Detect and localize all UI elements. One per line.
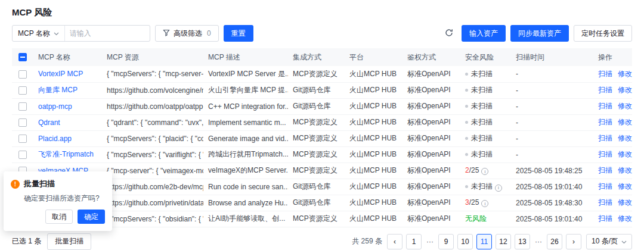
row-checkbox[interactable]: [18, 118, 27, 127]
edit-link[interactable]: 修改: [618, 166, 632, 174]
mcp-name-link[interactable]: oatpp-mcp: [38, 102, 72, 111]
refresh-button[interactable]: [441, 26, 457, 41]
sync-assets-button[interactable]: 同步最新资产: [510, 25, 569, 42]
row-checkbox[interactable]: [18, 86, 27, 95]
scan-link[interactable]: 扫描: [598, 198, 612, 207]
scan-time-cell: -: [511, 146, 593, 162]
mcp-name-link[interactable]: Qdrant: [38, 118, 60, 127]
mcp-resource-cell: https://github.com/volcengine/mcp-server…: [102, 82, 203, 98]
page-button[interactable]: 10: [457, 234, 473, 249]
edit-link[interactable]: 修改: [618, 198, 632, 207]
page-button[interactable]: 9: [438, 234, 454, 249]
edit-link[interactable]: 修改: [618, 70, 632, 78]
scan-link[interactable]: 扫描: [598, 134, 612, 142]
advanced-filter-button[interactable]: 高级筛选 0: [155, 25, 219, 42]
operations-cell: 扫描修改: [593, 211, 632, 227]
edit-link[interactable]: 修改: [618, 86, 632, 94]
mcp-name-link[interactable]: VortexIP MCP: [38, 70, 83, 78]
scan-link[interactable]: 扫描: [598, 166, 612, 174]
column-header: 扫描时间: [511, 48, 593, 66]
mcp-resource-cell: https://github.com/e2b-dev/mcp-server@ma…: [102, 179, 203, 195]
mcp-resource-cell: { "mcpServers": { "placid": { "command":…: [102, 130, 203, 146]
auth-cell: 标准OpenAPI: [402, 66, 460, 82]
mcp-name-link[interactable]: Placid.app: [38, 135, 72, 143]
risk-cell: 3/25i: [460, 195, 511, 211]
info-icon[interactable]: i: [481, 168, 488, 175]
integration-cell: MCP资源定义: [288, 114, 345, 130]
mcp-description-cell: Implement semantic m...: [203, 114, 288, 130]
next-page-button[interactable]: ›: [566, 234, 581, 249]
pagination: 共 259 条 ‹ 1···910111213···26› 10 条/页: [352, 234, 632, 249]
mcp-resource-cell: https://github.com/privetin/dataset-view…: [102, 195, 203, 211]
scan-link[interactable]: 扫描: [598, 182, 612, 190]
integration-cell: Git源码仓库: [288, 82, 345, 98]
table-row: Placid.app { "mcpServers": { "placid": {…: [12, 130, 632, 146]
batch-scan-button[interactable]: 批量扫描: [47, 233, 91, 250]
select-all-checkbox[interactable]: [18, 53, 27, 61]
mcp-description-cell: C++ MCP integration for...: [203, 98, 288, 114]
operations-cell: 扫描修改: [593, 98, 632, 114]
edit-link[interactable]: 修改: [618, 182, 632, 190]
edit-link[interactable]: 修改: [618, 134, 632, 142]
mcp-description-cell: 跨城出行就用Tripmatch...: [203, 146, 288, 162]
page-button[interactable]: 12: [496, 234, 511, 249]
mcp-description-cell: veImageX的MCP Server...: [203, 162, 288, 179]
row-checkbox[interactable]: [18, 135, 27, 143]
row-checkbox[interactable]: [18, 102, 27, 111]
row-checkbox[interactable]: [18, 70, 27, 79]
scan-link[interactable]: 扫描: [598, 70, 612, 78]
scan-link[interactable]: 扫描: [598, 214, 612, 223]
scan-time-cell: -: [511, 130, 593, 146]
page-button[interactable]: 1: [406, 234, 422, 249]
reset-button[interactable]: 重置: [224, 25, 253, 42]
page-button[interactable]: 26: [547, 234, 562, 249]
footer: 已选 1 条 批量扫描 共 259 条 ‹ 1···910111213···26…: [0, 233, 644, 250]
auth-cell: 标准OpenAPI: [402, 195, 460, 211]
risk-status-label: 未扫描: [471, 70, 493, 78]
field-select[interactable]: MCP 名称: [13, 26, 65, 41]
risk-status-label: 未扫描: [471, 182, 493, 190]
mcp-resource-cell: https://github.com/oatpp/oatpp-mcp@main: [102, 98, 203, 114]
cancel-button[interactable]: 取消: [45, 210, 73, 224]
page-button[interactable]: 13: [515, 234, 530, 249]
popconfirm-header: 批量扫描: [11, 179, 105, 189]
edit-link[interactable]: 修改: [618, 102, 632, 110]
info-icon[interactable]: i: [495, 185, 502, 192]
auth-cell: 标准OpenAPI: [402, 98, 460, 114]
edit-link[interactable]: 修改: [618, 150, 632, 158]
search-input[interactable]: [65, 26, 150, 41]
table-head-row: MCP 名称MCP 资源MCP 描述集成方式平台鉴权方式安全风险扫描时间操作: [12, 48, 632, 66]
scan-link[interactable]: 扫描: [598, 118, 612, 126]
page-button[interactable]: 11: [476, 234, 492, 249]
confirm-button[interactable]: 确定: [78, 210, 105, 224]
operations-cell: 扫描修改: [593, 114, 632, 130]
unscanned-dot-icon: [465, 89, 468, 92]
scan-link[interactable]: 扫描: [598, 150, 612, 158]
page-size-select[interactable]: 10 条/页: [586, 234, 632, 249]
popconfirm-actions: 取消 确定: [11, 210, 105, 224]
integration-cell: MCP资源定义: [288, 162, 345, 179]
edit-link[interactable]: 修改: [618, 214, 632, 223]
risk-status-label: 未扫描: [471, 86, 493, 94]
scan-link[interactable]: 扫描: [598, 86, 612, 94]
table-row: oatpp-mcp https://github.com/oatpp/oatpp…: [12, 98, 632, 114]
risk-cell: 未扫描: [460, 130, 511, 146]
mcp-description-cell: 让AI助手能够读取、创...: [203, 211, 288, 227]
scan-link[interactable]: 扫描: [598, 102, 612, 110]
selected-count-text: 已选 1 条: [12, 236, 41, 246]
row-checkbox[interactable]: [18, 151, 27, 159]
info-icon[interactable]: i: [481, 200, 488, 207]
mcp-name-link[interactable]: 向量库 MCP: [38, 86, 78, 94]
cron-settings-button[interactable]: 定时任务设置: [574, 25, 632, 42]
unscanned-dot-icon: [465, 105, 468, 108]
risk-cell: 未扫描: [460, 82, 511, 98]
mcp-name-link[interactable]: 飞常准-Tripmatch: [38, 150, 94, 158]
import-assets-button[interactable]: 输入资产: [462, 25, 506, 42]
scan-time-cell: 2025-08-05 19:01:40: [511, 211, 593, 227]
popconfirm-title: 批量扫描: [24, 179, 55, 189]
operations-cell: 扫描修改: [593, 146, 632, 162]
edit-link[interactable]: 修改: [618, 118, 632, 126]
prev-page-button[interactable]: ‹: [387, 234, 402, 249]
chevron-down-icon: [621, 238, 627, 246]
platform-cell: 火山MCP HUB: [345, 114, 402, 130]
